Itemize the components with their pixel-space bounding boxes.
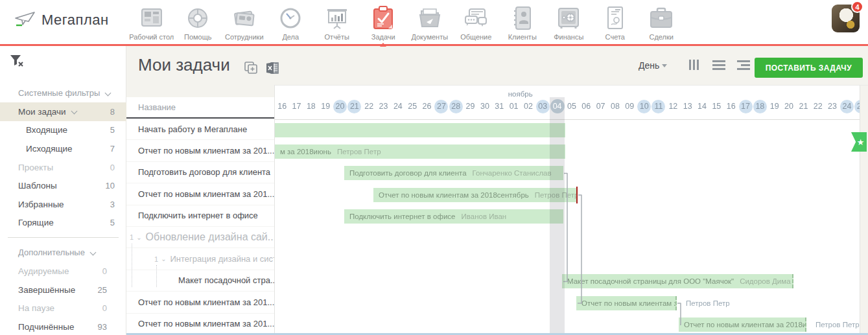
sidebar-item-subordinates[interactable]: Подчинённые93 [8,318,119,335]
day-cell: 12 [666,100,680,113]
task-row[interactable]: Отчет по новым клиентам за 201... [126,183,274,205]
task-name[interactable]: Начать работу в Мегаплане [138,124,247,134]
tasks-icon [370,5,396,31]
day-cell: 23 [825,100,839,113]
right-gutter [860,86,868,335]
tree-guide-line [132,244,132,287]
day-cell: 05 [565,100,579,113]
sidebar-item-audited[interactable]: Аудируемые0 [8,262,119,281]
gantt-bar[interactable]: Подготовить договор для клиентаГончаренк… [344,166,563,180]
sidebar-item-projects[interactable]: Проекты0 [0,158,126,177]
excel-export-icon[interactable] [266,62,279,77]
sidebar-item-templates[interactable]: Шаблоны10 [0,176,126,195]
gantt-bar[interactable]: Макет посадочной страницы для ООО "Маячо… [562,274,793,288]
filter-section-header[interactable]: Системные фильтры [0,84,126,102]
task-row[interactable]: 1⌄Интеграция дизайна и систе... [126,248,274,270]
copy-add-icon[interactable] [244,62,259,77]
nav-item-help[interactable]: Помощь [175,3,222,41]
nav-item-documents[interactable]: Документы [406,3,453,41]
view-compact-icon[interactable] [736,59,751,73]
help-icon [185,5,211,31]
day-cell: 07 [593,100,607,113]
nav-item-label: Клиенты [508,33,537,41]
filter-label: Исходящие [26,144,73,154]
task-name[interactable]: Макет посадочной стра... [178,275,274,285]
sidebar-item-paused[interactable]: На паузе0 [8,299,119,318]
nav-item-desktop[interactable]: Рабочий стол [128,3,175,41]
sidebar-item-completed[interactable]: Завершённые25 [8,281,119,299]
day-cell: 23 [376,100,390,113]
day-cell: 20 [782,100,796,113]
megaplan-logo[interactable]: Мегаплан [14,10,109,30]
documents-icon [417,5,443,31]
nav-item-employees[interactable]: Сотрудники [221,3,268,41]
nav-item-deals[interactable]: Сделки [639,3,685,41]
filters-sidebar: Системные фильтрыМои задачи8Входящие5Исх… [0,46,126,335]
task-row[interactable]: Отчет по новым клиентам за 201... [126,314,274,335]
deadline-marker [576,187,578,203]
task-row[interactable]: Отчет по новым клиентам за 201... [126,292,274,313]
task-name[interactable]: Отчет по новым клиентам за 201... [138,189,274,199]
task-name[interactable]: Обновление дизайна сай... [146,231,274,243]
filter-section-header[interactable]: Дополнительные [8,243,119,262]
month-label: ноябрь [508,90,533,98]
nav-item-todos[interactable]: Дела [268,3,314,41]
task-row[interactable]: Макет посадочной стра... [126,270,274,292]
nav-item-clients[interactable]: Клиенты [499,3,546,41]
gantt-bar[interactable]: м за 2018июньПетров Петр [275,144,565,159]
task-name[interactable]: Подготовить договор для клиента [138,167,270,177]
collapse-chevron-icon[interactable]: ⌄ [136,234,141,241]
filter-count: 5 [110,125,115,135]
favorites-flag[interactable]: ★ [851,132,867,152]
nav-item-tasks[interactable]: Задачи [360,3,407,41]
filter-icon[interactable] [10,54,24,70]
gantt-bar[interactable]: Отчет по новым клиентам за 201 [576,296,677,310]
add-task-button[interactable]: ПОСТАВИТЬ ЗАДАЧУ [755,58,863,78]
header-divider [275,119,868,120]
filter-section-label: Системные фильтры [18,88,100,98]
gantt-chart[interactable]: ноябрь 161718192021222324252627282930310… [274,85,868,335]
task-row[interactable]: Отчет по новым клиентам за 201... [126,140,274,161]
nav-item-invoices[interactable]: Счета [592,3,639,41]
task-row[interactable]: Подключить интернет в офисе [126,205,274,227]
gantt-bar[interactable]: Отчет по новым клиентам за 2018июль [679,318,806,332]
notification-badge[interactable]: 4 [851,1,863,13]
collapse-chevron-icon[interactable]: ⌄ [161,255,166,262]
task-name[interactable]: Интеграция дизайна и систе... [170,254,274,264]
nav-item-label: Дела [282,33,299,41]
day-cell: 24 [391,100,405,113]
sidebar-item-outbox[interactable]: Исходящие7 [0,139,126,158]
filter-section: Системные фильтрыМои задачи8Входящие5Исх… [0,84,126,232]
task-name[interactable]: Отчет по новым клиентам за 201... [138,146,274,156]
sidebar-item-my-tasks[interactable]: Мои задачи8 [0,102,126,121]
day-cell: 18 [753,100,767,113]
task-row[interactable]: 1⌄Обновление дизайна сай... [126,227,274,248]
day-cell: 01 [506,100,521,113]
gantt-bar[interactable]: Подключить интернет в офисеИванов Иван [344,209,563,224]
sidebar-item-inbox[interactable]: Входящие5 [0,121,126,140]
task-row[interactable]: Начать работу в Мегаплане [126,119,274,140]
task-name[interactable]: Отчет по новым клиентам за 201... [138,319,274,329]
filter-list: Системные фильтрыМои задачи8Входящие5Исх… [0,84,126,335]
task-row[interactable]: Подготовить договор для клиента [126,162,274,183]
view-list-icon[interactable] [712,59,726,73]
sidebar-item-hot[interactable]: Горящие5 [0,214,126,233]
task-name[interactable]: Отчет по новым клиентам за 201... [138,297,274,307]
view-columns-icon[interactable] [688,59,701,73]
avatar[interactable]: 4 [832,5,860,32]
sidebar-item-favorites[interactable]: Избранные3 [0,195,126,214]
gantt-bar[interactable] [275,123,565,137]
day-cell: 25 [405,100,419,113]
nav-item-finance[interactable]: Финансы [546,3,592,41]
logo-text: Мегаплан [41,12,109,29]
filter-label: Подчинённые [18,322,74,332]
task-name[interactable]: Подключить интернет в офисе [138,211,258,220]
day-cell-today: 04 [550,100,564,113]
filter-label: Проекты [18,163,53,172]
nav-item-reports[interactable]: Отчёты [314,3,360,41]
scale-dropdown[interactable]: День [639,60,667,71]
day-cell: 31 [492,100,506,113]
nav-item-chat[interactable]: Общение [453,3,500,41]
bar-task-name: Подключить интернет в офисе [349,213,456,220]
gantt-bar[interactable]: Отчет по новым клиентам за 2018сентябрьП… [373,188,576,202]
